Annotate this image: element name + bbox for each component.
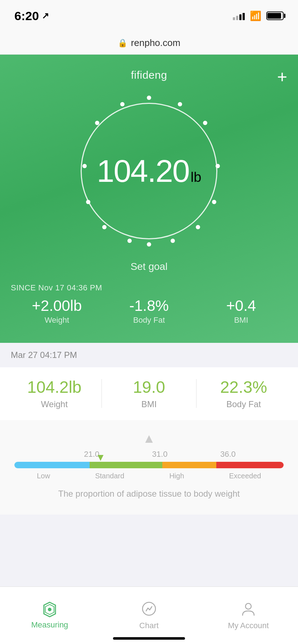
metric-weight-value: 104.2lb [7, 378, 101, 396]
weight-circle: 104.20 lb [81, 103, 217, 239]
since-label: SINCE Nov 17 04:36 PM [11, 283, 287, 293]
stat-bodyfat-value: -1.8% [103, 298, 195, 313]
metric-bodyfat: 22.3% Body Fat [197, 378, 291, 409]
browser-url: renpho.com [131, 37, 180, 49]
scale-num-2: 31.0 [152, 450, 168, 459]
wifi-icon: 📶 [250, 10, 261, 22]
scale-labels-top: 21.0 31.0 36.0 [11, 450, 287, 459]
stat-bmi-value: +0.4 [195, 298, 287, 313]
scale-label-low: Low [37, 472, 50, 480]
battery-icon [266, 12, 284, 20]
stat-weight-label: Weight [11, 316, 103, 325]
home-indicator [113, 637, 185, 640]
nav-item-chart[interactable]: Chart [99, 597, 199, 634]
hero-section: fifideng + 104.20 lb Set goal SINCE Nov … [0, 55, 298, 343]
chart-icon [141, 601, 157, 618]
lock-icon: 🔒 [118, 38, 127, 48]
since-section: SINCE Nov 17 04:36 PM +2.00lb Weight -1.… [0, 283, 298, 325]
stat-bodyfat: -1.8% Body Fat [103, 298, 195, 325]
weight-value: 104.20 [97, 155, 189, 187]
date-row: Mar 27 04:17 PM [0, 343, 298, 367]
metric-bmi-label: BMI [102, 399, 196, 409]
scale-label-standard: Standard [95, 472, 124, 480]
weight-circle-container: 104.20 lb [59, 92, 239, 250]
nav-label-my-account: My Account [228, 621, 269, 630]
location-icon: ↗ [42, 11, 49, 21]
signal-bars [233, 12, 245, 20]
bottom-nav: Measuring Chart My Account [0, 586, 298, 644]
scale-indicator: ▼ [11, 462, 287, 468]
scale-bar [14, 462, 284, 468]
set-goal[interactable]: Set goal [0, 261, 298, 272]
scale-needle: ▼ [96, 452, 106, 463]
description-text: The proportion of adipose tissue to body… [11, 487, 287, 500]
metric-weight: 104.2lb Weight [7, 378, 101, 409]
svg-point-2 [245, 603, 251, 609]
browser-bar: 🔒 renpho.com [0, 32, 298, 55]
scale-num-3: 36.0 [220, 450, 236, 459]
nav-label-measuring: Measuring [31, 620, 68, 630]
metric-bmi: 19.0 BMI [102, 378, 196, 409]
status-time: 6:20 ↗ [14, 9, 49, 23]
metric-bodyfat-value: 22.3% [197, 378, 291, 396]
metric-bodyfat-label: Body Fat [197, 399, 291, 409]
measuring-icon [42, 602, 58, 617]
scale-label-high: High [169, 472, 184, 480]
hero-username: fifideng [0, 69, 298, 81]
stat-bmi-label: BMI [195, 316, 287, 325]
svg-point-0 [48, 608, 51, 611]
nav-label-chart: Chart [139, 621, 159, 630]
chevron-up-icon: ▲ [11, 431, 287, 446]
stats-row: +2.00lb Weight -1.8% Body Fat +0.4 BMI [11, 298, 287, 325]
metrics-section: 104.2lb Weight 19.0 BMI 22.3% Body Fat [0, 367, 298, 420]
plus-button[interactable]: + [277, 68, 287, 86]
weight-unit: lb [191, 170, 202, 185]
nav-item-my-account[interactable]: My Account [199, 597, 298, 634]
stat-weight-value: +2.00lb [11, 298, 103, 313]
stat-bodyfat-label: Body Fat [103, 316, 195, 325]
metric-bmi-value: 19.0 [102, 378, 196, 396]
stat-bmi: +0.4 BMI [195, 298, 287, 325]
my-account-icon [240, 601, 256, 618]
status-right: 📶 [233, 10, 284, 22]
status-bar: 6:20 ↗ 📶 [0, 0, 298, 32]
metric-weight-label: Weight [7, 399, 101, 409]
nav-item-measuring[interactable]: Measuring [0, 598, 99, 633]
scale-label-exceeded: Exceeded [229, 472, 261, 480]
stat-weight: +2.00lb Weight [11, 298, 103, 325]
scale-labels-bottom: Low Standard High Exceeded [11, 472, 287, 480]
scale-section: ▲ 21.0 31.0 36.0 ▼ Low Standard High Exc… [0, 420, 298, 515]
